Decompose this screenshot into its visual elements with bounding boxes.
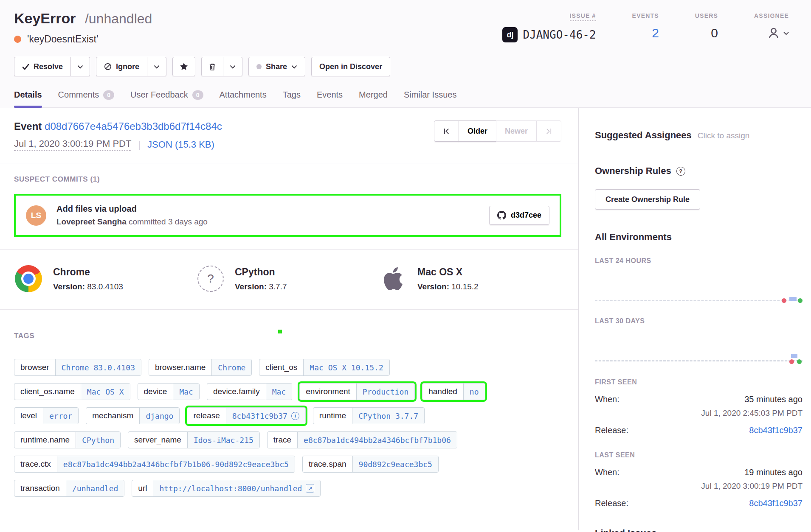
tag-value-link[interactable]: Mac [266, 384, 292, 400]
commit-sha-label: d3d7cee [511, 211, 541, 220]
context-runtime: ? CPython Version: 3.7.7 [197, 265, 380, 292]
tag-key: runtime [313, 408, 352, 424]
tab-details[interactable]: Details [14, 90, 42, 107]
tag-value-link[interactable]: Mac [173, 384, 199, 400]
tag-key: browser.name [149, 359, 211, 375]
tag-pill: tracee8c87ba1dc494bb2a4346bcfbf7b1b06 [267, 431, 457, 448]
tag-value-link[interactable]: no [463, 384, 485, 400]
tag-value-link[interactable]: Chrome 83.0.4103 [55, 359, 141, 375]
first-seen-release-link[interactable]: 8cb43f1c9b37 [749, 426, 803, 435]
stat-issue-id: ISSUE # dj DJANGO-46-2 [502, 12, 596, 43]
trash-icon [208, 63, 216, 71]
bookmark-star-button[interactable] [172, 57, 195, 76]
open-in-discover-button[interactable]: Open in Discover [311, 57, 390, 76]
resolve-label: Resolve [34, 62, 63, 71]
page-title: KeyError /unhandled [14, 10, 152, 27]
delete-dropdown-button[interactable] [223, 57, 242, 76]
event-contexts-section: Chrome Version: 83.0.4103 ? CPython Vers… [0, 249, 578, 310]
tag-value-link[interactable]: http://localhost:8000/unhandled↗ [153, 480, 320, 496]
tag-value-link[interactable]: 8cb43f1c9b37i [226, 408, 305, 424]
create-ownership-rule-button[interactable]: Create Ownership Rule [595, 189, 700, 210]
tab-merged[interactable]: Merged [359, 90, 388, 107]
tag-pill-handled-highlighted: handledno [422, 383, 485, 400]
commit-author-avatar: LS [26, 205, 46, 226]
event-id-link[interactable]: d08d7667e4a5476eb3b3db6d7f14c84c [45, 120, 222, 132]
delete-button[interactable] [201, 57, 223, 76]
tag-value-link[interactable]: Idos-iMac-215 [187, 432, 259, 448]
tag-key: client_os.name [14, 384, 81, 400]
tab-comments[interactable]: Comments0 [58, 90, 115, 107]
older-event-button[interactable]: Older [459, 120, 496, 142]
tags-section: TAGS browserChrome 83.0.4103 browser.nam… [0, 310, 578, 497]
first-seen-heading: FIRST SEEN [595, 378, 803, 386]
external-link-icon[interactable]: ↗ [306, 484, 314, 493]
tag-value-link[interactable]: e8c87ba1dc494bb2a4346bcfbf7b1b06 [297, 432, 457, 448]
issue-detail-page: KeyError /unhandled 'keyDoesntExist' ISS… [0, 0, 811, 532]
github-icon [497, 211, 506, 220]
check-icon [22, 64, 29, 70]
newer-event-button[interactable]: Newer [496, 120, 537, 142]
help-question-icon[interactable]: ? [676, 167, 685, 176]
resolve-dropdown-button[interactable] [71, 57, 90, 76]
chevron-down-icon [230, 65, 236, 69]
tag-key: release [187, 408, 225, 424]
event-timestamp: Jul 1, 2020 3:00:19 PM PDT [14, 138, 131, 151]
tag-value-link[interactable]: error [43, 408, 78, 424]
unknown-runtime-icon: ? [197, 266, 224, 292]
tag-pill: client_osMac OS X 10.15.2 [259, 359, 389, 376]
event-json-link[interactable]: JSON (15.3 KB) [147, 139, 214, 150]
issue-header: KeyError /unhandled 'keyDoesntExist' ISS… [0, 0, 811, 108]
tag-value-link[interactable]: e8c87ba1dc494bb2a4346bcfbf7b1b06-90d892c… [57, 456, 295, 472]
tag-value-link[interactable]: 90d892c9eace3bc5 [352, 456, 438, 472]
info-icon[interactable]: i [291, 412, 299, 420]
tag-pill: browser.nameChrome [149, 359, 252, 376]
issue-stats: ISSUE # dj DJANGO-46-2 EVENTS 2 USERS 0 … [502, 10, 811, 43]
tab-label: Merged [359, 90, 388, 100]
tag-value-link[interactable]: Chrome [211, 359, 251, 375]
version-value: 3.7.7 [269, 282, 287, 291]
assignee-dropdown[interactable] [754, 25, 789, 42]
tag-value-link[interactable]: CPython 3.7.7 [352, 408, 424, 424]
resolve-button[interactable]: Resolve [14, 57, 71, 76]
tab-events[interactable]: Events [317, 90, 343, 107]
suspect-commits-heading: SUSPECT COMMITS (1) [14, 175, 561, 184]
click-to-assign-hint[interactable]: Click to assign [698, 131, 750, 140]
newest-event-button[interactable] [536, 120, 561, 142]
issue-message: 'keyDoesntExist' [27, 34, 98, 45]
oldest-event-button[interactable] [434, 120, 459, 142]
tag-value-link[interactable]: /unhandled [66, 480, 124, 496]
tag-key: device [138, 384, 173, 400]
ignore-dropdown-button[interactable] [147, 57, 166, 76]
open-in-discover-label: Open in Discover [319, 62, 382, 71]
tag-pill-release-highlighted: release8cb43f1c9b37i [187, 407, 305, 424]
tag-key: trace.span [303, 456, 352, 472]
annotation-dot [278, 330, 282, 333]
tag-value-link[interactable]: Production [356, 384, 414, 400]
tag-key: client_os [259, 359, 303, 375]
stat-users: USERS 0 [695, 12, 718, 43]
tag-value-link[interactable]: django [139, 408, 179, 424]
skip-to-last-icon [545, 128, 552, 135]
ownership-rules-title: Ownership Rules [595, 165, 671, 176]
tab-tags[interactable]: Tags [283, 90, 301, 107]
commit-sha-button[interactable]: d3d7cee [489, 206, 549, 225]
tab-user-feedback[interactable]: User Feedback0 [130, 90, 203, 107]
tag-key: server_name [128, 432, 187, 448]
share-button[interactable]: Share [248, 57, 305, 76]
tag-value-link[interactable]: Mac OS X 10.15.2 [303, 359, 389, 375]
tag-pill: server_nameIdos-iMac-215 [128, 431, 260, 448]
context-name: Chrome [53, 266, 123, 278]
assignee-label: ASSIGNEE [754, 12, 789, 19]
all-environments-title: All Environments [595, 232, 803, 243]
last-seen-marker-dot [798, 298, 803, 303]
users-label: USERS [695, 12, 718, 19]
events-count-link[interactable]: 2 [652, 26, 659, 40]
tag-value-link[interactable]: CPython [76, 432, 120, 448]
ignore-button[interactable]: Ignore [96, 57, 147, 76]
tag-value-link[interactable]: Mac OS X [81, 384, 130, 400]
tab-attachments[interactable]: Attachments [220, 90, 267, 107]
tab-similar-issues[interactable]: Similar Issues [404, 90, 456, 107]
issue-tabs: Details Comments0 User Feedback0 Attachm… [14, 90, 811, 108]
stat-events: EVENTS 2 [632, 12, 659, 43]
last-seen-release-link[interactable]: 8cb43f1c9b37 [749, 498, 803, 508]
